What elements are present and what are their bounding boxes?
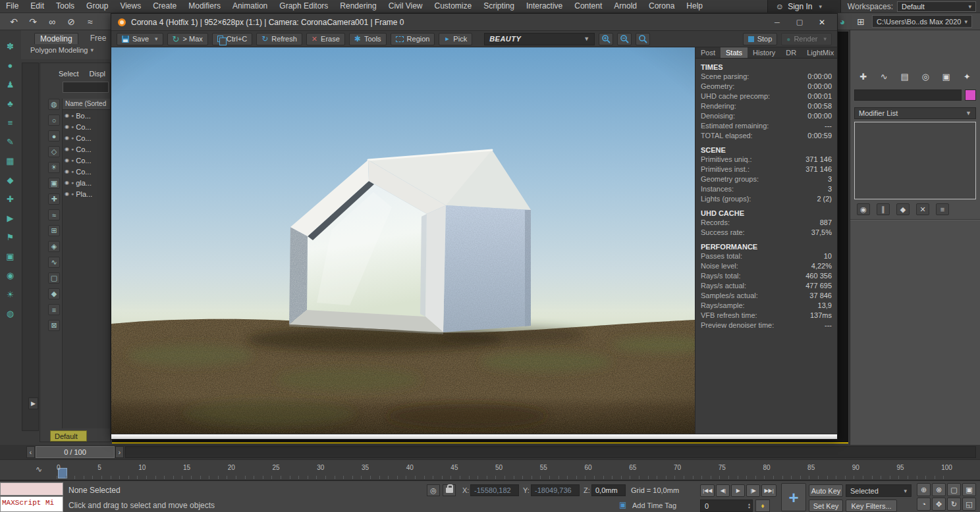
modifier-list-dropdown[interactable]: Modifier List ▼ [854, 107, 976, 119]
plus-icon[interactable]: ✚ [3, 192, 18, 205]
menu-item[interactable]: Interactive [520, 0, 568, 13]
current-frame-field[interactable]: 0 ▴▾ [700, 499, 753, 512]
box-icon[interactable]: ▣ [3, 249, 18, 263]
undo-icon[interactable]: ↶ [7, 15, 21, 28]
region-button[interactable]: Region [391, 33, 435, 45]
hierarchy-tab-icon[interactable]: ▤ [896, 70, 913, 83]
menu-item[interactable]: Corona [643, 0, 680, 13]
remove-modifier-icon[interactable]: ✕ [916, 203, 929, 215]
rollout-area[interactable] [850, 220, 980, 438]
target-icon[interactable]: ◉ [3, 269, 18, 282]
zoom-all-icon[interactable]: ⊗ [932, 483, 946, 496]
menu-item[interactable]: Edit [24, 0, 50, 13]
explorer-row[interactable]: ◉ ● Co... [63, 166, 110, 177]
layers-icon[interactable]: ≡ [3, 116, 18, 129]
bind-to-space-warp-icon[interactable]: ≈ [83, 15, 97, 28]
zoom-in-icon[interactable] [599, 33, 613, 45]
visibility-eye-icon[interactable]: ◉ [65, 135, 69, 141]
vfb-title-bar[interactable]: Corona 4 (Hotfix 1) | 952×628px (1:1) | … [111, 14, 837, 31]
polygon-modeling-panel[interactable]: Polygon Modeling ▾ [21, 44, 111, 54]
modify-tab-icon[interactable]: ∿ [875, 70, 892, 83]
start-render-button[interactable]: ● Render ▾ [781, 33, 832, 45]
spinner-arrows-icon[interactable]: ▴▾ [748, 503, 752, 509]
explorer-row[interactable]: ◉ ● Co... [63, 132, 110, 143]
display-helpers-icon[interactable]: ✚ [48, 193, 60, 205]
explorer-row[interactable]: ◉ ● Pla... [63, 188, 110, 199]
menu-item[interactable]: File [0, 0, 24, 13]
next-frame-button[interactable]: |▶ [746, 484, 760, 497]
display-geometry-icon[interactable]: ● [48, 130, 60, 141]
go-to-start-button[interactable]: |◀◀ [700, 484, 715, 497]
pin-stack-icon[interactable]: ◉ [857, 203, 870, 215]
tab-lightmix[interactable]: LightMix [802, 47, 839, 58]
tree-icon[interactable]: ♣ [3, 97, 18, 110]
orbit-icon[interactable]: ↻ [947, 498, 961, 511]
eye-icon[interactable]: ◍ [3, 307, 18, 320]
ribbon-tab-freeform[interactable]: Free [85, 33, 112, 44]
close-button[interactable]: ✕ [813, 18, 830, 27]
erase-button[interactable]: ✕ Erase [306, 33, 345, 45]
zoom-out-icon[interactable] [617, 33, 632, 45]
explorer-row[interactable]: ◉ ● Bo... [63, 110, 110, 121]
isolate-selection-icon[interactable]: ◎ [427, 484, 440, 496]
display-cameras-icon[interactable]: ▣ [48, 178, 60, 189]
pan-view-icon[interactable]: ✥ [932, 498, 946, 511]
diamond-icon[interactable]: ◆ [3, 173, 18, 186]
z-coordinate-field[interactable]: 0,0mm [591, 484, 626, 496]
object-color-swatch[interactable] [965, 90, 976, 101]
selection-set-dropdown[interactable]: Selected ▾ [846, 484, 912, 497]
display-none-icon[interactable]: ○ [48, 115, 60, 126]
play-button[interactable]: ▶ [731, 484, 745, 497]
zoom-extents-all-icon[interactable]: ▣ [962, 483, 976, 496]
utilities-tab-icon[interactable]: ✦ [958, 70, 975, 83]
person-icon[interactable]: ♟ [3, 78, 18, 91]
add-time-tag-button[interactable]: Add Time Tag [632, 501, 676, 509]
menu-item[interactable]: Tools [50, 0, 80, 13]
make-unique-icon[interactable]: ◆ [896, 203, 910, 215]
menu-item[interactable]: Group [80, 0, 114, 13]
modifier-stack[interactable] [854, 122, 976, 199]
render-view[interactable] [111, 47, 695, 434]
grid-icon[interactable]: ▦ [3, 154, 18, 167]
redo-icon[interactable]: ↷ [26, 15, 40, 28]
set-key-button[interactable]: Set Key [809, 499, 843, 512]
pin-explorer-icon[interactable]: ⊠ [48, 320, 60, 331]
display-xrefs-icon[interactable]: ◈ [48, 241, 60, 252]
time-slider-track[interactable] [125, 446, 976, 458]
key-mode-toggle-button[interactable]: ♦ [755, 499, 770, 512]
ribbon-tab-modeling[interactable]: Modeling [34, 33, 78, 44]
display-all-icon[interactable]: ◍ [48, 99, 60, 110]
render-element-dropdown[interactable]: BEAUTY ▼ [484, 33, 595, 45]
menu-item[interactable]: Graph Editors [273, 0, 334, 13]
workspace-grid-icon[interactable]: ⊞ [854, 15, 868, 28]
visibility-eye-icon[interactable]: ◉ [65, 113, 69, 118]
maximize-button[interactable]: ▢ [791, 18, 808, 26]
menu-item[interactable]: Animation [227, 0, 273, 13]
display-tab-icon[interactable]: ▣ [938, 70, 955, 83]
visibility-eye-icon[interactable]: ◉ [65, 157, 69, 163]
explorer-column-header[interactable]: Name (Sorted [63, 99, 110, 110]
flower-icon[interactable]: ✽ [3, 39, 18, 53]
menu-item[interactable]: Create [147, 0, 182, 13]
selection-lock-icon[interactable] [443, 484, 456, 496]
play-icon[interactable]: ▶ [3, 211, 18, 224]
tab-post[interactable]: Post [695, 47, 721, 58]
sort-icon[interactable]: ≡ [48, 304, 60, 315]
key-filters-button[interactable]: Key Filters... [846, 499, 897, 512]
display-groups-icon[interactable]: ⊞ [48, 225, 60, 236]
y-coordinate-field[interactable]: -18049,736 [531, 484, 580, 496]
pick-button[interactable]: ► Pick [439, 33, 472, 45]
refresh-button[interactable]: ↻ Refresh [256, 33, 302, 45]
motion-tab-icon[interactable]: ◎ [917, 70, 934, 83]
auto-key-button[interactable]: Auto Key [809, 484, 843, 497]
explorer-row[interactable]: ◉ ● Co... [63, 155, 110, 166]
visibility-eye-icon[interactable]: ◉ [65, 124, 69, 130]
expand-panel-arrow[interactable]: ▶ [28, 397, 38, 409]
explorer-row[interactable]: ◉ ● gla... [63, 177, 110, 188]
menu-item[interactable]: Customize [429, 0, 478, 13]
workspace-dropdown[interactable]: Default ▾ [897, 1, 976, 12]
copy-button[interactable]: Ctrl+C [212, 33, 252, 45]
sign-in-button[interactable]: ☺ Sign In ▾ [767, 0, 841, 13]
menu-item[interactable]: Civil View [383, 0, 429, 13]
display-materials-icon[interactable]: ◆ [48, 288, 60, 299]
